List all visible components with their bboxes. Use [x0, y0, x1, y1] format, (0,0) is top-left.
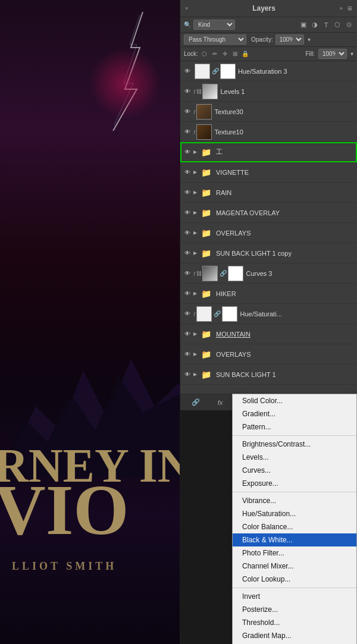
layer-item[interactable]: 👁 ƒ 🔗 Hue/Saturati...: [180, 304, 357, 324]
layer-item[interactable]: 👁 ▶ 📁 SUN BACK LIGHT 1: [180, 365, 357, 385]
layer-item[interactable]: 👁 ▶ 📁 RAIN: [180, 183, 357, 203]
lock-paint-icon[interactable]: ✏: [211, 50, 219, 58]
layer-name: VIGNETTE: [216, 169, 355, 176]
lock-artboard-icon[interactable]: ⊞: [231, 50, 239, 58]
filter-smart-icon[interactable]: ⊙: [344, 20, 353, 30]
menu-item-color-balance[interactable]: Color Balance...: [233, 520, 356, 533]
layer-item[interactable]: 👁 ▶ 📁 OVERLAYS: [180, 344, 357, 365]
fill-arrow[interactable]: ▾: [350, 51, 353, 57]
layer-item[interactable]: 👁 ▶ 📁 SUN BACK LIGHT 1 copy: [180, 243, 357, 263]
menu-item-levels[interactable]: Levels...: [233, 451, 356, 464]
filter-type-icon[interactable]: T: [321, 20, 331, 30]
menu-item-photo-filter[interactable]: Photo Filter...: [233, 546, 356, 560]
filter-shape-icon[interactable]: ⬡: [333, 20, 342, 30]
layer-folder-icon: 📁: [198, 246, 214, 261]
menu-item-threshold[interactable]: Threshold...: [233, 616, 356, 629]
visibility-icon[interactable]: 👁: [183, 147, 192, 157]
layer-name: OVERLAYS: [216, 351, 355, 358]
menu-item-solid-color[interactable]: Solid Color...: [233, 394, 356, 407]
lock-all-icon[interactable]: 🔒: [241, 50, 249, 58]
canvas-area: RNEY INTO VIO LLIOT SMITH: [0, 0, 180, 644]
menu-item-gradient[interactable]: Gradient...: [233, 407, 356, 420]
menu-item-vibrance[interactable]: Vibrance...: [233, 494, 356, 507]
menu-item-posterize[interactable]: Posterize...: [233, 603, 356, 616]
blend-mode-select[interactable]: Pass Through Normal Multiply Screen Over…: [184, 34, 246, 45]
layer-item[interactable]: 👁 ƒ ⛓ Levels 1: [180, 81, 357, 102]
visibility-icon[interactable]: 👁: [183, 67, 192, 76]
visibility-icon[interactable]: 👁: [183, 107, 192, 117]
visibility-icon[interactable]: 👁: [183, 309, 192, 319]
expand-arrow[interactable]: ▶: [193, 149, 197, 155]
menu-item-exposure[interactable]: Exposure...: [233, 477, 356, 490]
menu-item-pattern[interactable]: Pattern...: [233, 420, 356, 433]
visibility-icon[interactable]: 👁: [183, 329, 192, 339]
layer-item[interactable]: 👁 ƒ Texture30: [180, 102, 357, 122]
opacity-select[interactable]: 100%: [275, 34, 304, 45]
visibility-icon[interactable]: 👁: [183, 188, 192, 197]
opacity-arrow[interactable]: ▾: [308, 36, 311, 43]
fill-select[interactable]: 100%: [318, 49, 347, 59]
expand-arrow[interactable]: ▶: [193, 210, 197, 215]
visibility-icon[interactable]: 👁: [183, 370, 192, 379]
panel-double-arrow[interactable]: »: [340, 5, 343, 11]
layer-thumbnail: [195, 64, 210, 79]
layer-item[interactable]: 👁 🔗 Hue/Saturation 3: [180, 61, 357, 81]
filter-pixel-icon[interactable]: ▣: [299, 20, 308, 30]
layer-clip-icon: ƒ: [193, 109, 196, 114]
layer-item[interactable]: 👁 ƒ ⛓ 🔗 Curves 3: [180, 263, 357, 284]
visibility-icon[interactable]: 👁: [183, 289, 192, 299]
visibility-icon[interactable]: 👁: [183, 168, 192, 177]
layer-item[interactable]: 👁 ▶ 📁 MOUNTAIN: [180, 324, 357, 344]
layer-name: HIKER: [216, 290, 355, 297]
expand-arrow[interactable]: ▶: [193, 331, 197, 337]
layer-name: Hue/Saturation 3: [238, 68, 355, 75]
lock-position-icon[interactable]: ✛: [221, 50, 229, 58]
layer-item[interactable]: 👁 ▶ 📁 MAGENTA OVERLAY: [180, 203, 357, 223]
visibility-icon[interactable]: 👁: [183, 87, 192, 96]
visibility-icon[interactable]: 👁: [183, 269, 192, 278]
link-layers-button[interactable]: 🔗: [189, 396, 202, 409]
menu-item-curves[interactable]: Curves...: [233, 464, 356, 477]
layer-link-icon2: ⛓: [196, 89, 202, 95]
expand-arrow[interactable]: ▶: [193, 372, 197, 377]
opacity-label: Opacity:: [251, 36, 273, 43]
panel-collapse-icon[interactable]: ×: [185, 5, 188, 11]
expand-arrow[interactable]: ▶: [193, 190, 197, 195]
expand-arrow[interactable]: ▶: [193, 291, 197, 296]
layer-item[interactable]: 👁 ▶ 📁 OVERLAYS: [180, 223, 357, 243]
layers-panel: × Layers » ≡ 🔍 Kind Name Effect ▣ ◑ T ⬡ …: [180, 0, 357, 410]
expand-arrow[interactable]: ▶: [193, 169, 197, 175]
menu-item-channel-mixer[interactable]: Channel Mixer...: [233, 560, 356, 573]
blend-mode-row: Pass Through Normal Multiply Screen Over…: [180, 33, 357, 47]
menu-item-hue-saturation[interactable]: Hue/Saturation...: [233, 507, 356, 520]
expand-arrow[interactable]: ▶: [193, 250, 197, 256]
visibility-icon[interactable]: 👁: [183, 350, 192, 359]
layer-item[interactable]: 👁 ▶ 📁 HIKER: [180, 284, 357, 304]
layer-item[interactable]: 👁 ▶ 📁 VIGNETTE: [180, 162, 357, 183]
layer-item[interactable]: 👁 ▶ 📁 NIGHT SKY BACKGROUND: [180, 385, 357, 385]
lock-transparent-icon[interactable]: ⬡: [201, 50, 209, 58]
layer-folder-icon: 📁: [198, 347, 214, 362]
layer-link-icon: ⛓: [196, 271, 202, 277]
lock-icons-group: ⬡ ✏ ✛ ⊞ 🔒: [201, 50, 249, 58]
layer-item[interactable]: 👁 ƒ Texture10: [180, 122, 357, 142]
visibility-icon[interactable]: 👁: [183, 249, 192, 258]
filter-type-select[interactable]: Kind Name Effect: [193, 20, 235, 30]
expand-arrow[interactable]: ▶: [193, 351, 197, 357]
layer-folder-icon: 📁: [198, 185, 214, 200]
layer-name: Levels 1: [220, 88, 355, 95]
expand-arrow[interactable]: ▶: [193, 230, 197, 235]
filter-icon-group: ▣ ◑ T ⬡ ⊙: [299, 20, 353, 30]
menu-item-invert[interactable]: Invert: [233, 590, 356, 603]
layer-item-highlighted[interactable]: 👁 ▶ 📁 工: [180, 142, 357, 162]
menu-item-brightness-contrast[interactable]: Brightness/Contrast...: [233, 438, 356, 451]
visibility-icon[interactable]: 👁: [183, 127, 192, 137]
menu-item-color-lookup[interactable]: Color Lookup...: [233, 573, 356, 586]
menu-item-black-white[interactable]: Black & White...: [233, 533, 356, 546]
visibility-icon[interactable]: 👁: [183, 208, 192, 218]
panel-menu-button[interactable]: ≡: [347, 4, 352, 13]
filter-adj-icon[interactable]: ◑: [310, 20, 320, 30]
fx-button[interactable]: fx: [214, 396, 227, 409]
visibility-icon[interactable]: 👁: [183, 228, 192, 238]
menu-item-gradient-map[interactable]: Gradient Map...: [233, 629, 356, 642]
